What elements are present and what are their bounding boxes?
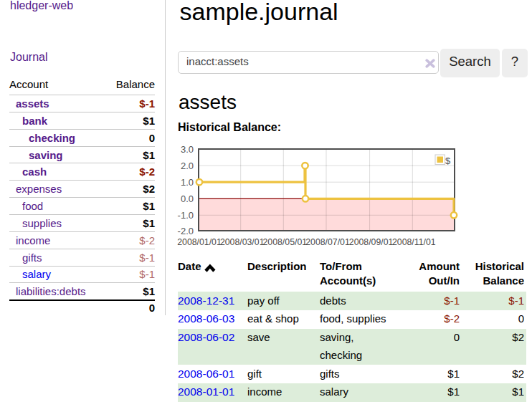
- svg-text:2.0: 2.0: [181, 160, 194, 171]
- svg-text:-1.0: -1.0: [178, 210, 194, 221]
- svg-text:1.0: 1.0: [181, 177, 194, 188]
- svg-text:2008/07/01: 2008/07/01: [305, 237, 350, 247]
- svg-text:0.0: 0.0: [181, 193, 194, 204]
- svg-text:-2.0: -2.0: [178, 226, 194, 236]
- svg-text:2008/09/01: 2008/09/01: [349, 237, 394, 247]
- svg-text:2008/03/01: 2008/03/01: [220, 237, 265, 247]
- svg-text:2008/11/01: 2008/11/01: [392, 237, 436, 247]
- svg-text:3.0: 3.0: [181, 144, 194, 155]
- svg-text:2008/05/01: 2008/05/01: [263, 237, 308, 247]
- svg-text:$: $: [445, 155, 451, 166]
- svg-text:2008/01/01: 2008/01/01: [177, 237, 222, 247]
